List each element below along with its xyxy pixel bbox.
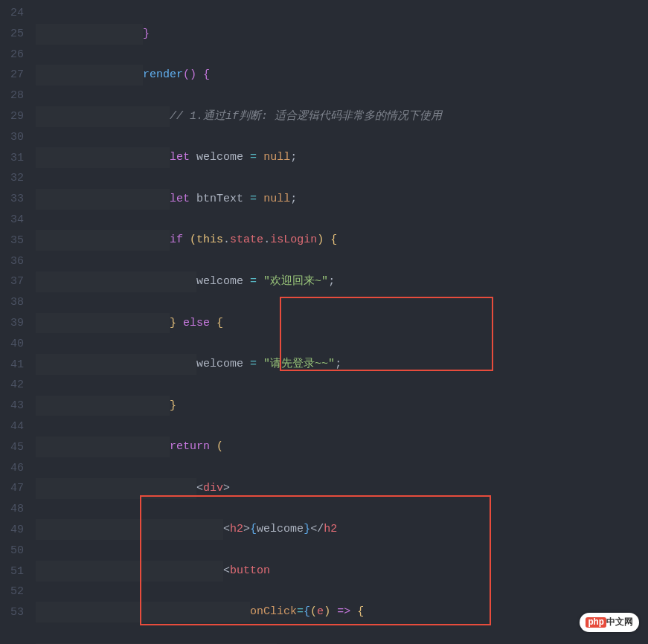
line-number: 46 xyxy=(0,458,24,479)
code-editor: 24 25 26 27 28 29 30 31 32 33 34 35 36 3… xyxy=(0,0,648,644)
line-number: 39 xyxy=(0,313,24,334)
code-line: render() { xyxy=(36,65,495,86)
line-number: 49 xyxy=(0,520,24,541)
logo-brand: php xyxy=(586,617,606,628)
line-number: 34 xyxy=(0,210,24,231)
code-line: // 1.通过if判断: 适合逻辑代码非常多的情况下使用 xyxy=(36,106,495,127)
code-line: welcome = "请先登录~~"; xyxy=(36,354,495,375)
line-number: 32 xyxy=(0,168,24,189)
code-line: welcome = "欢迎回来~"; xyxy=(36,271,495,292)
logo-suffix: 中文网 xyxy=(606,617,633,628)
line-number: 36 xyxy=(0,251,24,272)
line-number: 37 xyxy=(0,271,24,292)
code-content[interactable]: } render() { // 1.通过if判断: 适合逻辑代码非常多的情况下使… xyxy=(30,0,495,644)
code-line: } else { xyxy=(36,313,495,334)
line-number: 25 xyxy=(0,24,24,45)
line-number: 41 xyxy=(0,355,24,376)
line-number: 33 xyxy=(0,189,24,210)
watermark-logo: php中文网 xyxy=(580,613,639,632)
line-number: 43 xyxy=(0,396,24,416)
code-line: let welcome = null; xyxy=(36,147,495,168)
code-line: <div> xyxy=(36,478,495,499)
line-number: 47 xyxy=(0,478,24,499)
line-number: 53 xyxy=(0,602,24,623)
line-number: 29 xyxy=(0,106,24,127)
line-number: 51 xyxy=(0,561,24,582)
code-line: onClick={(e) => { xyxy=(36,602,495,622)
line-number: 40 xyxy=(0,334,24,355)
line-number: 30 xyxy=(0,127,24,148)
line-number: 26 xyxy=(0,45,24,65)
line-number: 28 xyxy=(0,86,24,106)
line-number-gutter: 24 25 26 27 28 29 30 31 32 33 34 35 36 3… xyxy=(0,0,30,644)
line-number: 45 xyxy=(0,437,24,458)
line-number: 24 xyxy=(0,3,24,24)
code-line: } xyxy=(36,396,495,416)
line-number: 44 xyxy=(0,416,24,437)
code-line: <button xyxy=(36,561,495,582)
line-number: 48 xyxy=(0,499,24,520)
line-number: 42 xyxy=(0,375,24,396)
code-line: <h2>{welcome}</h2 xyxy=(36,519,495,540)
code-line: if (this.state.isLogin) { xyxy=(36,230,495,251)
code-line: return ( xyxy=(36,437,495,457)
code-line: } xyxy=(36,24,495,45)
line-number: 38 xyxy=(0,292,24,313)
line-number: 50 xyxy=(0,541,24,561)
line-number: 35 xyxy=(0,231,24,251)
line-number: 31 xyxy=(0,148,24,169)
line-number: 27 xyxy=(0,65,24,86)
line-number: 52 xyxy=(0,582,24,602)
code-line: let btnText = null; xyxy=(36,189,495,210)
